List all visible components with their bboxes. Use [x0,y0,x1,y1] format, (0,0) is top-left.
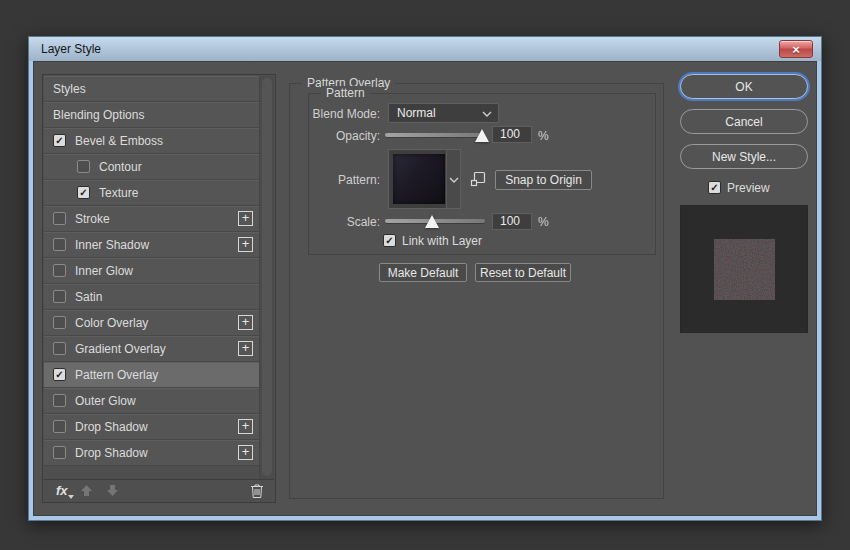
effect-checkbox[interactable]: ✓ [53,238,66,251]
make-default-button[interactable]: Make Default [379,263,467,282]
opacity-slider-thumb[interactable] [475,129,489,142]
sidebar-item-satin[interactable]: ✓Satin [44,284,260,310]
check-icon: ✓ [55,370,63,380]
close-button[interactable]: × [779,40,813,58]
opacity-slider[interactable] [385,126,485,142]
styles-list-scrollbar[interactable] [259,76,274,480]
scale-input[interactable]: 100 [492,213,532,230]
sidebar-item-label: Stroke [75,212,110,226]
sidebar-item-blending-options[interactable]: Blending Options [44,102,260,128]
effect-checkbox[interactable]: ✓ [77,160,90,173]
cancel-button[interactable]: Cancel [680,109,808,134]
sidebar-item-inner-glow[interactable]: ✓Inner Glow [44,258,260,284]
effect-checkbox[interactable]: ✓ [53,446,66,459]
styles-list-panel: StylesBlending Options✓Bevel & Emboss✓Co… [42,74,276,503]
new-style-button[interactable]: New Style... [680,144,808,169]
scrollbar-thumb[interactable] [262,78,272,476]
sidebar-item-label: Outer Glow [75,394,136,408]
sidebar-item-color-overlay[interactable]: ✓Color Overlay+ [44,310,260,336]
sidebar-item-label: Inner Shadow [75,238,149,252]
effect-checkbox[interactable]: ✓ [53,420,66,433]
sidebar-item-outer-glow[interactable]: ✓Outer Glow [44,388,260,414]
sidebar-item-label: Texture [99,186,138,200]
scale-slider-thumb[interactable] [425,215,439,228]
pattern-overlay-group: Pattern Overlay Pattern [289,83,664,499]
sidebar-item-label: Gradient Overlay [75,342,166,356]
add-effect-instance-button[interactable]: + [238,315,253,330]
link-with-layer-checkbox[interactable]: ✓ [383,234,396,247]
fx-menu-button[interactable]: fx [56,484,68,497]
snap-to-origin-button[interactable]: Snap to Origin [495,170,592,190]
blend-mode-label: Blend Mode: [274,107,380,121]
effect-checkbox[interactable]: ✓ [53,212,66,225]
move-effect-down-button[interactable] [105,483,120,498]
preview-checkbox[interactable]: ✓ [708,181,721,194]
opacity-slider-track[interactable] [385,133,485,137]
effect-checkbox[interactable]: ✓ [53,394,66,407]
sidebar-item-bevel-emboss[interactable]: ✓Bevel & Emboss [44,128,260,154]
delete-effect-button[interactable] [250,483,264,499]
scale-label: Scale: [274,215,380,229]
reset-to-default-button[interactable]: Reset to Default [475,263,571,282]
styles-list: StylesBlending Options✓Bevel & Emboss✓Co… [44,76,260,466]
sidebar-item-texture[interactable]: ✓Texture [44,180,260,206]
effect-checkbox[interactable]: ✓ [53,264,66,277]
scale-unit: % [538,215,549,229]
add-effect-instance-button[interactable]: + [238,419,253,434]
chevron-down-icon [482,111,492,117]
sidebar-item-label: Inner Glow [75,264,133,278]
effect-checkbox[interactable]: ✓ [53,290,66,303]
dialog-title: Layer Style [41,42,101,56]
add-effect-instance-button[interactable]: + [238,341,253,356]
add-effect-instance-button[interactable]: + [238,237,253,252]
effect-checkbox[interactable]: ✓ [53,368,66,381]
preview-texture [714,239,775,300]
blend-mode-select[interactable]: Normal [388,103,499,123]
sidebar-item-label: Drop Shadow [75,446,148,460]
close-icon: × [792,43,800,56]
ok-button[interactable]: OK [680,74,808,99]
pattern-subgroup-title: Pattern [321,86,370,100]
sidebar-item-styles[interactable]: Styles [44,76,260,102]
sidebar-item-drop-shadow[interactable]: ✓Drop Shadow+ [44,414,260,440]
sidebar-item-label: Color Overlay [75,316,148,330]
sidebar-item-label: Satin [75,290,102,304]
add-effect-instance-button[interactable]: + [238,211,253,226]
styles-list-footer: fx [44,479,274,501]
check-icon: ✓ [710,183,718,193]
fx-caret-icon [68,495,74,499]
link-with-layer-label: Link with Layer [402,234,482,248]
sidebar-item-label: Contour [99,160,142,174]
opacity-unit: % [538,129,549,143]
check-icon: ✓ [79,188,87,198]
effect-checkbox[interactable]: ✓ [77,186,90,199]
sidebar-item-gradient-overlay[interactable]: ✓Gradient Overlay+ [44,336,260,362]
sidebar-item-label: Bevel & Emboss [75,134,163,148]
effect-checkbox[interactable]: ✓ [53,316,66,329]
check-icon: ✓ [385,236,393,246]
pattern-picker-arrow[interactable] [446,150,460,208]
opacity-label: Opacity: [274,129,380,143]
add-effect-instance-button[interactable]: + [238,445,253,460]
pattern-label: Pattern: [274,173,380,187]
sidebar-item-inner-shadow[interactable]: ✓Inner Shadow+ [44,232,260,258]
move-effect-up-button[interactable] [79,483,94,498]
sidebar-item-drop-shadow[interactable]: ✓Drop Shadow+ [44,440,260,466]
effect-checkbox[interactable]: ✓ [53,134,66,147]
sidebar-item-label: Pattern Overlay [75,368,158,382]
sidebar-item-stroke[interactable]: ✓Stroke+ [44,206,260,232]
pattern-thumbnail [393,154,445,204]
check-icon: ✓ [55,136,63,146]
blend-mode-value: Normal [397,106,436,120]
fx-label: fx [56,483,68,498]
dialog-titlebar[interactable]: Layer Style × [29,37,821,61]
pattern-picker[interactable] [388,149,461,209]
sidebar-item-label: Blending Options [53,108,144,122]
opacity-input[interactable]: 100 [492,126,532,143]
sidebar-item-pattern-overlay[interactable]: ✓Pattern Overlay [44,362,260,388]
dialog-body: StylesBlending Options✓Bevel & Emboss✓Co… [33,61,817,516]
new-pattern-preset-button[interactable] [470,171,486,187]
sidebar-item-contour[interactable]: ✓Contour [44,154,260,180]
effect-checkbox[interactable]: ✓ [53,342,66,355]
scale-slider[interactable] [385,212,485,228]
